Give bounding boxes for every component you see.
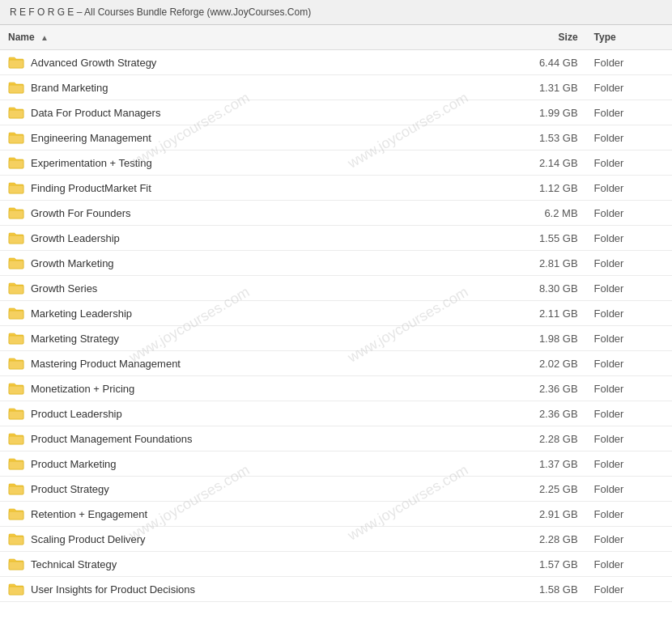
- file-table: Name ▲ Size Type Advan: [0, 25, 672, 602]
- name-cell: Experimentation + Testing: [0, 151, 500, 176]
- folder-name: Growth Leadership: [31, 232, 120, 244]
- table-row[interactable]: Advanced Growth Strategy 6.44 GBFolder: [0, 50, 672, 75]
- folder-icon: [8, 231, 24, 244]
- folder-name: Brand Marketing: [31, 82, 108, 94]
- size-cell: 2.11 GB: [500, 301, 585, 326]
- table-row[interactable]: Monetization + Pricing 2.36 GBFolder: [0, 376, 672, 401]
- folder-icon: [8, 156, 24, 169]
- folder-name: Product Leadership: [31, 408, 122, 420]
- table-row[interactable]: Retention + Engagement 2.91 GBFolder: [0, 502, 672, 527]
- folder-icon: [8, 507, 24, 520]
- size-cell: 1.99 GB: [500, 100, 585, 125]
- folder-icon: [8, 457, 24, 470]
- table-row[interactable]: Engineering Management 1.53 GBFolder: [0, 125, 672, 151]
- name-column-header[interactable]: Name ▲: [0, 25, 500, 50]
- table-row[interactable]: Product Management Foundations 2.28 GBFo…: [0, 426, 672, 452]
- type-cell: Folder: [586, 527, 672, 552]
- name-cell: Mastering Product Management: [0, 351, 500, 376]
- name-cell: Product Marketing: [0, 452, 500, 477]
- size-cell: 1.37 GB: [500, 452, 585, 477]
- table-header-row: Name ▲ Size Type: [0, 25, 672, 50]
- type-column-header[interactable]: Type: [586, 25, 672, 50]
- table-row[interactable]: Growth Series 8.30 GBFolder: [0, 276, 672, 301]
- folder-icon: [8, 81, 24, 94]
- type-cell: Folder: [586, 50, 672, 75]
- type-cell: Folder: [586, 201, 672, 226]
- table-row[interactable]: Experimentation + Testing 2.14 GBFolder: [0, 151, 672, 176]
- type-cell: Folder: [586, 151, 672, 176]
- file-table-container: www.joycourses.com www.joycourses.com ww…: [0, 25, 672, 602]
- size-cell: 2.14 GB: [500, 151, 585, 176]
- size-cell: 2.91 GB: [500, 502, 585, 527]
- size-cell: 1.31 GB: [500, 75, 585, 100]
- folder-name: Engineering Management: [31, 132, 151, 144]
- name-cell: Monetization + Pricing: [0, 376, 500, 401]
- table-row[interactable]: Scaling Product Delivery 2.28 GBFolder: [0, 527, 672, 552]
- table-row[interactable]: Growth Marketing 2.81 GBFolder: [0, 251, 672, 276]
- type-cell: Folder: [586, 552, 672, 577]
- folder-icon: [8, 583, 24, 596]
- folder-name: Retention + Engagement: [31, 508, 147, 520]
- size-cell: 2.28 GB: [500, 426, 585, 452]
- folder-name: Finding ProductMarket Fit: [31, 182, 151, 194]
- table-row[interactable]: Product Leadership 2.36 GBFolder: [0, 401, 672, 426]
- table-row[interactable]: Product Marketing 1.37 GBFolder: [0, 452, 672, 477]
- name-cell: Product Strategy: [0, 477, 500, 502]
- name-cell: Growth Marketing: [0, 251, 500, 276]
- folder-name: Marketing Leadership: [31, 307, 132, 320]
- name-cell: Data For Product Managers: [0, 100, 500, 125]
- type-cell: Folder: [586, 301, 672, 326]
- type-cell: Folder: [586, 376, 672, 401]
- folder-name: Technical Strategy: [31, 558, 117, 570]
- table-row[interactable]: Growth For Founders 6.2 MBFolder: [0, 201, 672, 226]
- size-cell: 2.02 GB: [500, 351, 585, 376]
- folder-icon: [8, 307, 24, 320]
- size-cell: 2.28 GB: [500, 527, 585, 552]
- name-cell: Marketing Leadership: [0, 301, 500, 326]
- type-cell: Folder: [586, 452, 672, 477]
- table-row[interactable]: Marketing Strategy 1.98 GBFolder: [0, 326, 672, 351]
- type-cell: Folder: [586, 401, 672, 426]
- size-cell: 1.57 GB: [500, 552, 585, 577]
- table-row[interactable]: Brand Marketing 1.31 GBFolder: [0, 75, 672, 100]
- table-row[interactable]: User Insights for Product Decisions 1.58…: [0, 577, 672, 602]
- folder-icon: [8, 482, 24, 495]
- name-cell: Growth For Founders: [0, 201, 500, 226]
- size-cell: 1.58 GB: [500, 577, 585, 602]
- folder-icon: [8, 407, 24, 420]
- name-cell: User Insights for Product Decisions: [0, 577, 500, 602]
- type-cell: Folder: [586, 502, 672, 527]
- name-cell: Technical Strategy: [0, 552, 500, 577]
- table-row[interactable]: Technical Strategy 1.57 GBFolder: [0, 552, 672, 577]
- size-cell: 2.81 GB: [500, 251, 585, 276]
- table-row[interactable]: Finding ProductMarket Fit 1.12 GBFolder: [0, 176, 672, 201]
- folder-name: Product Management Foundations: [31, 433, 192, 445]
- size-column-header[interactable]: Size: [500, 25, 585, 50]
- table-row[interactable]: Data For Product Managers 1.99 GBFolder: [0, 100, 672, 125]
- table-row[interactable]: Marketing Leadership 2.11 GBFolder: [0, 301, 672, 326]
- name-cell: Retention + Engagement: [0, 502, 500, 527]
- size-cell: 8.30 GB: [500, 276, 585, 301]
- table-body: Advanced Growth Strategy 6.44 GBFolder B…: [0, 50, 672, 602]
- name-cell: Scaling Product Delivery: [0, 527, 500, 552]
- type-cell: Folder: [586, 326, 672, 351]
- size-cell: 1.53 GB: [500, 125, 585, 151]
- folder-icon: [8, 56, 24, 69]
- table-row[interactable]: Growth Leadership 1.55 GBFolder: [0, 226, 672, 251]
- name-cell: Brand Marketing: [0, 75, 500, 100]
- folder-icon: [8, 206, 24, 219]
- table-row[interactable]: Mastering Product Management 2.02 GBFold…: [0, 351, 672, 376]
- folder-name: Growth Marketing: [31, 257, 114, 269]
- table-row[interactable]: Product Strategy 2.25 GBFolder: [0, 477, 672, 502]
- size-cell: 2.25 GB: [500, 477, 585, 502]
- folder-icon: [8, 332, 24, 345]
- folder-icon: [8, 558, 24, 570]
- size-cell: 2.36 GB: [500, 376, 585, 401]
- type-cell: Folder: [586, 125, 672, 151]
- type-cell: Folder: [586, 176, 672, 201]
- folder-name: Growth For Founders: [31, 207, 131, 219]
- size-cell: 2.36 GB: [500, 401, 585, 426]
- folder-icon: [8, 106, 24, 119]
- folder-name: Scaling Product Delivery: [31, 533, 146, 545]
- folder-icon: [8, 382, 24, 395]
